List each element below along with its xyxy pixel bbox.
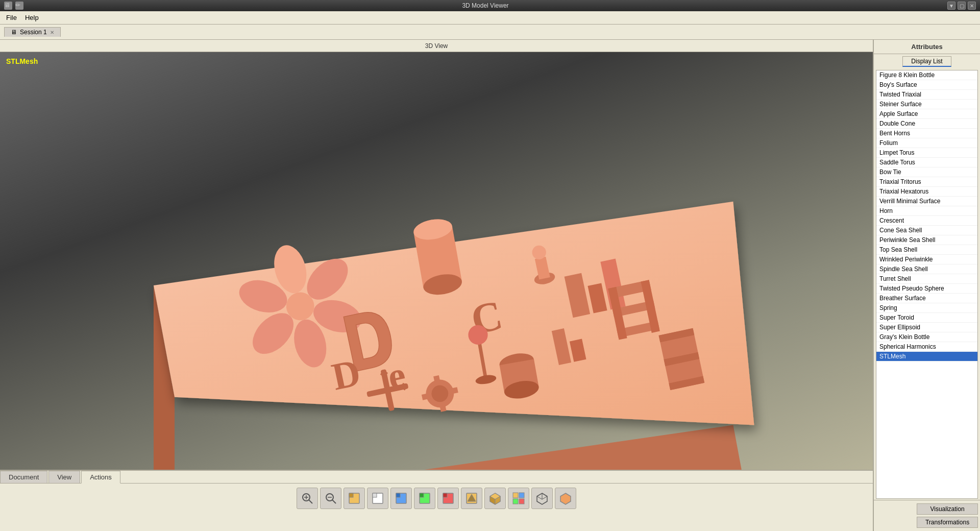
- svg-line-55: [332, 500, 336, 503]
- app-title: 3D Model Viewer: [23, 2, 947, 9]
- svg-rect-66: [443, 493, 447, 497]
- list-item[interactable]: Spherical Harmonics: [876, 342, 977, 352]
- tab-bar: Document View Actions: [0, 471, 873, 484]
- attributes-header: Attributes: [874, 40, 980, 54]
- list-item[interactable]: Wrinkled Periwinkle: [876, 255, 977, 264]
- window-controls[interactable]: ▼ ▢ ✕: [947, 2, 976, 10]
- svg-rect-73: [513, 493, 518, 498]
- menubar: File Help: [0, 11, 980, 25]
- view-bottom-button[interactable]: [461, 488, 482, 509]
- svg-rect-58: [349, 493, 353, 497]
- viewport-area: 3D View STLMesh: [0, 40, 873, 531]
- display-list[interactable]: Figure 8 Klein BottleBoy's SurfaceTwiste…: [876, 70, 978, 499]
- svg-rect-75: [513, 499, 518, 504]
- close-button[interactable]: ✕: [968, 2, 976, 10]
- list-item[interactable]: Horn: [876, 206, 977, 216]
- view-right-button[interactable]: [390, 488, 412, 509]
- svg-line-80: [542, 496, 547, 499]
- zoom-region-button[interactable]: [320, 488, 341, 509]
- list-item[interactable]: Breather Surface: [876, 294, 977, 303]
- list-item[interactable]: Spring: [876, 303, 977, 313]
- sessionbar: 🖥 Session 1 ✕: [0, 25, 980, 40]
- svg-line-51: [309, 500, 312, 503]
- list-item[interactable]: Turret Shell: [876, 274, 977, 284]
- list-item[interactable]: Bow Tie: [876, 167, 977, 177]
- list-item[interactable]: Crescent: [876, 216, 977, 226]
- list-item[interactable]: Twisted Pseudo Sphere: [876, 284, 977, 294]
- svg-rect-64: [420, 493, 424, 497]
- toolbar-area: [0, 484, 873, 513]
- list-item[interactable]: Triaxial Tritorus: [876, 177, 977, 187]
- menu-file[interactable]: File: [2, 13, 21, 22]
- view-top-button[interactable]: [437, 488, 459, 509]
- menu-help[interactable]: Help: [21, 13, 43, 22]
- tab-document[interactable]: Document: [0, 471, 47, 483]
- list-item[interactable]: Gray's Klein Bottle: [876, 332, 977, 342]
- session-icon: 🖥: [11, 29, 17, 36]
- app-icon: 🖥: [4, 2, 12, 10]
- svg-line-79: [537, 496, 542, 499]
- list-item[interactable]: Super Ellipsoid: [876, 323, 977, 332]
- list-item[interactable]: Cone Sea Shell: [876, 226, 977, 235]
- list-item[interactable]: Super Toroid: [876, 313, 977, 323]
- svg-rect-74: [519, 493, 524, 498]
- list-item[interactable]: Bent Horns: [876, 129, 977, 138]
- right-panel-bottom: Visualization Transformations: [874, 500, 980, 531]
- list-item[interactable]: Saddle Torus: [876, 158, 977, 167]
- list-item[interactable]: Limpet Torus: [876, 148, 977, 158]
- list-item[interactable]: Steiner Surface: [876, 100, 977, 109]
- tab-view[interactable]: View: [48, 471, 80, 483]
- list-item[interactable]: Apple Surface: [876, 109, 977, 119]
- minimize-button[interactable]: ▼: [947, 2, 955, 10]
- list-item[interactable]: Triaxial Hexatorus: [876, 187, 977, 197]
- maximize-button[interactable]: ▢: [958, 2, 966, 10]
- list-item[interactable]: Twisted Triaxial: [876, 90, 977, 100]
- bottom-area: Document View Actions: [0, 470, 873, 531]
- tab-actions[interactable]: Actions: [81, 471, 120, 484]
- view-front-button[interactable]: [344, 488, 365, 509]
- session-label: Session 1: [20, 29, 47, 36]
- svg-marker-81: [560, 493, 571, 504]
- svg-marker-0: [154, 425, 754, 470]
- visualization-button[interactable]: Visualization: [917, 503, 978, 515]
- svg-rect-76: [519, 499, 524, 504]
- session-close-icon[interactable]: ✕: [50, 30, 54, 35]
- list-item[interactable]: Boy's Surface: [876, 80, 977, 90]
- view-back-button[interactable]: [367, 488, 388, 509]
- list-item[interactable]: STLMesh: [876, 352, 977, 361]
- list-item[interactable]: Periwinkle Sea Shell: [876, 235, 977, 245]
- display-list-tab[interactable]: Display List: [902, 56, 951, 67]
- svg-rect-60: [373, 493, 377, 497]
- viewport-title: 3D View: [425, 42, 448, 50]
- view-multi-button[interactable]: [508, 488, 529, 509]
- titlebar-left: 🖥 ✏: [4, 2, 23, 10]
- transformations-button[interactable]: Transformations: [917, 517, 978, 528]
- viewport-header: 3D View: [0, 40, 873, 52]
- 3d-model-svg: C: [0, 52, 873, 470]
- session-tab[interactable]: 🖥 Session 1 ✕: [4, 27, 61, 37]
- list-item[interactable]: Folium: [876, 138, 977, 148]
- svg-rect-62: [396, 493, 400, 497]
- view-iso-button[interactable]: [484, 488, 506, 509]
- list-item[interactable]: Top Sea Shell: [876, 245, 977, 255]
- titlebar: 🖥 ✏ 3D Model Viewer ▼ ▢ ✕: [0, 0, 980, 11]
- 3d-viewport[interactable]: STLMesh: [0, 52, 873, 470]
- zoom-fit-button[interactable]: [297, 488, 318, 509]
- edit-icon: ✏: [15, 2, 23, 10]
- list-item[interactable]: Spindle Sea Shell: [876, 264, 977, 274]
- list-item[interactable]: Double Cone: [876, 119, 977, 129]
- main-layout: 3D View STLMesh: [0, 40, 980, 531]
- list-item[interactable]: Verrill Minimal Surface: [876, 197, 977, 206]
- list-item[interactable]: Figure 8 Klein Bottle: [876, 70, 977, 80]
- view-solid-button[interactable]: [555, 488, 576, 509]
- view-left-button[interactable]: [414, 488, 435, 509]
- view-wire-button[interactable]: [531, 488, 553, 509]
- right-panel: Attributes Display List Figure 8 Klein B…: [873, 40, 980, 531]
